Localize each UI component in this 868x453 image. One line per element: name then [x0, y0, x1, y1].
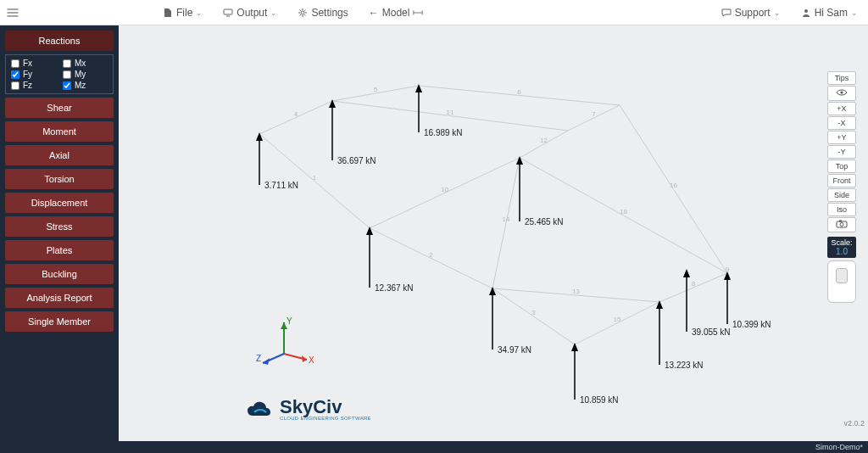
svg-text:16.989 kN: 16.989 kN: [424, 128, 463, 137]
svg-text:3: 3: [531, 309, 536, 316]
svg-line-16: [568, 105, 620, 131]
view-minus-y[interactable]: -Y: [827, 145, 856, 159]
beam-icon: [413, 8, 423, 18]
version-label: v2.0.2: [843, 419, 865, 428]
svg-rect-79: [839, 221, 842, 222]
svg-text:18: 18: [620, 208, 627, 215]
svg-text:39.055 kN: 39.055 kN: [692, 327, 731, 337]
svg-line-22: [370, 228, 492, 288]
svg-point-1: [301, 11, 304, 14]
reactions-button[interactable]: Reactions: [5, 31, 114, 51]
svg-text:34.97 kN: 34.97 kN: [498, 345, 531, 355]
axis-y-label: Y: [287, 316, 292, 326]
svg-point-5: [804, 9, 808, 13]
fx-checkbox[interactable]: Fx: [11, 59, 56, 68]
settings-menu[interactable]: Settings: [287, 0, 358, 25]
reactions-checkbox-panel: Fx Mx Fy My Fz Mz: [5, 54, 114, 94]
single-member-button[interactable]: Single Member: [5, 311, 114, 332]
svg-marker-75: [263, 358, 270, 365]
model-menu[interactable]: ← Model: [359, 0, 434, 25]
output-label: Output: [236, 7, 267, 19]
svg-line-12: [332, 101, 568, 131]
output-menu[interactable]: Output ⌄: [213, 0, 287, 25]
view-plus-x[interactable]: +X: [827, 102, 856, 115]
svg-text:12: 12: [540, 137, 548, 144]
svg-line-24: [492, 158, 520, 288]
moment-button[interactable]: Moment: [5, 121, 114, 142]
view-plus-y[interactable]: +Y: [827, 131, 856, 144]
plates-button[interactable]: Plates: [5, 240, 114, 260]
slider-thumb[interactable]: [836, 268, 848, 283]
shear-button[interactable]: Shear: [5, 98, 114, 118]
svg-text:15: 15: [614, 316, 621, 323]
model-canvas[interactable]: 4561112711021431513188916 3.711 kN36.697…: [119, 25, 868, 441]
visibility-button[interactable]: [827, 86, 856, 101]
view-top[interactable]: Top: [827, 159, 856, 173]
svg-point-76: [840, 91, 843, 93]
chevron-down-icon: ⌄: [196, 8, 203, 17]
logo-text: SkyCiv: [280, 399, 371, 416]
hamburger-icon[interactable]: [0, 0, 25, 25]
user-menu[interactable]: Hi Sam ⌄: [791, 0, 868, 25]
axis-orientation-widget: X Y Z: [254, 316, 314, 375]
fy-checkbox[interactable]: Fy: [11, 70, 56, 79]
scale-slider[interactable]: [827, 260, 856, 303]
analysis-report-button[interactable]: Analysis Report: [5, 288, 114, 308]
file-menu[interactable]: File ⌄: [153, 0, 213, 25]
settings-label: Settings: [311, 7, 348, 19]
user-icon: [801, 8, 811, 18]
view-minus-x[interactable]: -X: [827, 116, 856, 130]
svg-line-6: [259, 101, 332, 134]
stress-button[interactable]: Stress: [5, 216, 114, 237]
file-icon: [163, 8, 173, 18]
sidebar: Reactions Fx Mx Fy My Fz Mz Shear Moment…: [0, 25, 119, 441]
skyciv-logo: SkyCiv CLOUD ENGINEERING SOFTWARE: [246, 399, 371, 421]
mx-checkbox[interactable]: Mx: [63, 59, 108, 68]
buckling-button[interactable]: Buckling: [5, 264, 114, 284]
displacement-button[interactable]: Displacement: [5, 193, 114, 213]
cloud-icon: [246, 400, 275, 419]
svg-line-14: [520, 131, 568, 158]
svg-text:9: 9: [726, 266, 730, 273]
svg-text:16: 16: [670, 182, 677, 189]
file-label: File: [176, 7, 192, 19]
torsion-button[interactable]: Torsion: [5, 169, 114, 189]
view-front[interactable]: Front: [827, 174, 856, 187]
model-label: Model: [382, 7, 410, 19]
mz-checkbox[interactable]: Mz: [63, 81, 108, 90]
svg-text:10.399 kN: 10.399 kN: [732, 320, 771, 329]
svg-text:2: 2: [429, 251, 433, 259]
fz-checkbox[interactable]: Fz: [11, 81, 56, 90]
chevron-down-icon: ⌄: [851, 8, 858, 17]
svg-point-78: [840, 223, 843, 226]
svg-text:12.367 kN: 12.367 kN: [375, 283, 414, 293]
scale-indicator: Scale: 1.0: [827, 237, 856, 258]
svg-text:5: 5: [374, 86, 378, 93]
view-side[interactable]: Side: [827, 188, 856, 202]
svg-line-32: [520, 158, 727, 273]
chevron-down-icon: ⌄: [270, 8, 277, 17]
svg-text:14: 14: [503, 215, 510, 223]
view-control-panel: Tips +X -X +Y -Y Top Front Side Iso Scal…: [827, 71, 856, 303]
tips-button[interactable]: Tips: [827, 71, 856, 85]
chevron-down-icon: ⌄: [774, 8, 781, 17]
my-checkbox[interactable]: My: [63, 70, 108, 79]
structural-diagram: 4561112711021431513188916 3.711 kN36.697…: [119, 25, 868, 441]
status-bar: Simon-Demo*: [0, 441, 868, 453]
svg-text:7: 7: [592, 110, 596, 118]
axis-x-label: X: [309, 355, 314, 365]
monitor-icon: [223, 8, 233, 18]
svg-text:11: 11: [447, 109, 454, 116]
svg-line-34: [659, 273, 727, 302]
screenshot-button[interactable]: [827, 217, 856, 232]
support-label: Support: [735, 7, 771, 19]
svg-marker-59: [571, 343, 578, 351]
support-menu[interactable]: Support ⌄: [711, 0, 791, 25]
gear-icon: [298, 8, 308, 18]
axial-button[interactable]: Axial: [5, 145, 114, 165]
svg-marker-56: [489, 287, 496, 295]
user-greeting: Hi Sam: [815, 7, 848, 19]
view-iso[interactable]: Iso: [827, 203, 856, 216]
svg-text:6: 6: [517, 88, 521, 96]
svg-marker-47: [415, 84, 422, 92]
